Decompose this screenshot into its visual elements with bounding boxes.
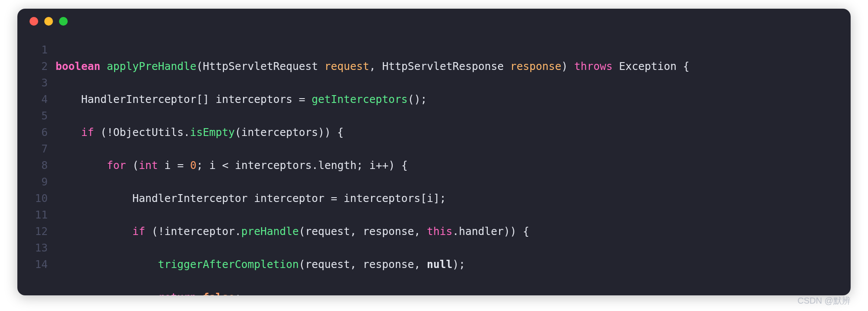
punct: (request, response, <box>299 258 427 271</box>
line-number: 4 <box>17 91 48 108</box>
line-number: 14 <box>17 256 48 273</box>
type: HandlerInterceptor <box>132 192 248 205</box>
code-line: triggerAfterCompletion(request, response… <box>56 256 690 273</box>
punct: = <box>331 192 337 205</box>
code-window: 1 2 3 4 5 6 7 8 9 10 11 12 13 14 boolean… <box>17 9 851 295</box>
keyword: throws <box>574 60 613 73</box>
code-content[interactable]: boolean applyPreHandle(HttpServletReques… <box>51 42 690 295</box>
param: response <box>510 60 561 73</box>
identifier: interceptor <box>254 192 324 205</box>
maximize-icon[interactable] <box>59 17 68 26</box>
punct: (request, response, <box>299 225 427 238</box>
punct: ); <box>453 258 466 271</box>
code-line: if (!interceptor.preHandle(request, resp… <box>56 223 690 240</box>
line-number: 10 <box>17 190 48 207</box>
line-number: 1 <box>17 42 48 58</box>
keyword: if <box>132 225 145 238</box>
punct: . <box>184 126 190 139</box>
punct: = <box>299 93 306 106</box>
code-line: return false; <box>56 289 690 295</box>
function-name: triggerAfterCompletion <box>158 258 299 271</box>
keyword: boolean <box>56 60 100 73</box>
type: HandlerInterceptor[] <box>81 93 209 106</box>
line-number-gutter: 1 2 3 4 5 6 7 8 9 10 11 12 13 14 <box>17 42 51 295</box>
punct: = <box>177 159 184 172</box>
type: HttpServletRequest <box>203 60 318 73</box>
null-literal: null <box>427 258 453 271</box>
code-line: for (int i = 0; i < interceptors.length;… <box>56 157 690 174</box>
punct: ( <box>197 60 203 73</box>
function-name: preHandle <box>241 225 299 238</box>
number: 0 <box>190 159 197 172</box>
punct: ) { <box>388 159 408 172</box>
punct: (!interceptor. <box>151 225 241 238</box>
line-number: 6 <box>17 124 48 141</box>
punct: ; <box>197 159 203 172</box>
code-area: 1 2 3 4 5 6 7 8 9 10 11 12 13 14 boolean… <box>17 34 851 295</box>
punct: (! <box>100 126 113 139</box>
code-line: HandlerInterceptor[] interceptors = getI… <box>56 91 690 108</box>
expr: interceptors[i]; <box>344 192 446 205</box>
type: HttpServletResponse <box>382 60 503 73</box>
identifier: i <box>164 159 171 172</box>
boolean-literal: false <box>203 291 235 295</box>
code-line: HandlerInterceptor interceptor = interce… <box>56 190 690 207</box>
punct: ; <box>235 291 241 295</box>
function-name: applyPreHandle <box>107 60 197 73</box>
line-number: 3 <box>17 75 48 91</box>
function-name: isEmpty <box>190 126 235 139</box>
punct: .handler)) { <box>453 225 529 238</box>
punct: ) <box>561 60 574 73</box>
expr: i < interceptors.length; <box>209 159 363 172</box>
punct: { <box>683 60 690 73</box>
line-number: 8 <box>17 157 48 174</box>
type: Exception <box>619 60 677 73</box>
keyword: return <box>158 291 197 295</box>
keyword: this <box>427 225 453 238</box>
line-number: 9 <box>17 174 48 190</box>
keyword: for <box>107 159 126 172</box>
watermark: CSDN @默辨 <box>797 295 851 307</box>
line-number: 5 <box>17 108 48 124</box>
function-name: getInterceptors <box>312 93 408 106</box>
line-number: 12 <box>17 223 48 240</box>
keyword: int <box>139 159 158 172</box>
line-number: 7 <box>17 141 48 157</box>
close-icon[interactable] <box>30 17 38 26</box>
param: request <box>325 60 369 73</box>
type: ObjectUtils <box>113 126 184 139</box>
minimize-icon[interactable] <box>44 17 53 26</box>
line-number: 2 <box>17 58 48 75</box>
line-number: 13 <box>17 240 48 256</box>
expr: i++ <box>369 159 388 172</box>
identifier: interceptors <box>216 93 293 106</box>
punct: (); <box>408 93 427 106</box>
keyword: if <box>81 126 94 139</box>
punct: , <box>369 60 382 73</box>
code-line: boolean applyPreHandle(HttpServletReques… <box>56 58 690 75</box>
window-titlebar <box>17 9 851 34</box>
punct: ( <box>132 159 139 172</box>
line-number: 11 <box>17 207 48 223</box>
punct: (interceptors)) { <box>235 126 344 139</box>
code-line: if (!ObjectUtils.isEmpty(interceptors)) … <box>56 124 690 141</box>
